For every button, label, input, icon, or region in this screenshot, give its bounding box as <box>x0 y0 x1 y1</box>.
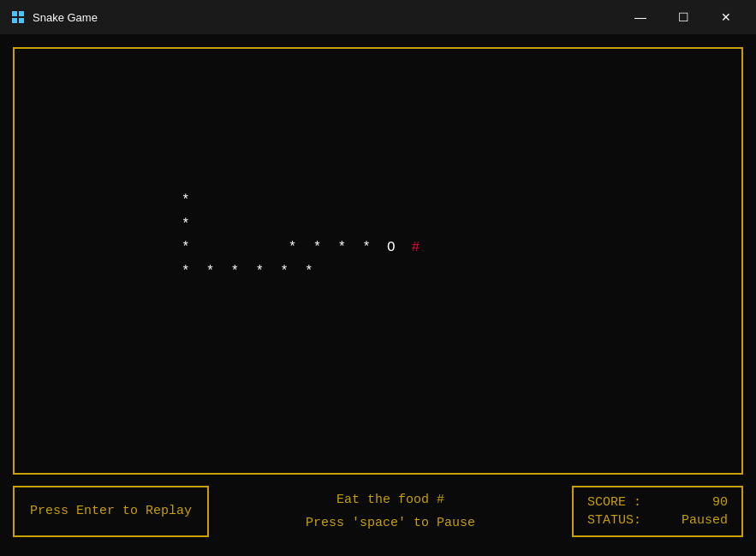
score-row: SCORE : 90 <box>587 495 728 510</box>
game-canvas: * * * * * * * O # * * * * * * <box>15 49 741 473</box>
instructions-panel: Eat the food # Press 'space' to Pause <box>209 488 572 535</box>
status-row: STATUS: Paused <box>587 513 728 528</box>
close-button[interactable]: ✕ <box>706 3 746 31</box>
svg-rect-2 <box>12 18 17 23</box>
snake-segment: * <box>182 214 190 236</box>
score-value: 90 <box>712 495 728 510</box>
snake-row-3: * * * * * O # <box>182 237 420 260</box>
main-content: * * * * * * * O # * * * * * * <box>0 34 756 556</box>
snake-head: O <box>387 237 396 260</box>
snake-row-4: * * * * * * <box>182 261 420 284</box>
snake-segment: * <box>182 190 190 212</box>
minimize-button[interactable]: — <box>621 3 660 31</box>
window-title: Snake Game <box>33 11 621 24</box>
bottom-bar: Press Enter to Replay Eat the food # Pre… <box>13 475 743 543</box>
instruction-line2: Press 'space' to Pause <box>209 511 572 535</box>
snake-row-2: * <box>182 214 420 236</box>
svg-rect-3 <box>19 18 24 23</box>
snake-segment: * * * * * <box>182 237 387 260</box>
app-icon <box>10 9 26 25</box>
status-value: Paused <box>682 513 728 528</box>
snake-segment: * * * * * * <box>182 261 313 284</box>
window-controls: — ☐ ✕ <box>621 3 746 31</box>
snake-segment <box>396 237 412 260</box>
score-label: SCORE : <box>587 495 641 510</box>
svg-rect-0 <box>12 11 17 16</box>
snake-row-1: * <box>182 190 420 212</box>
game-content: * * * * * * * O # * * * * * * <box>182 190 420 284</box>
game-area: * * * * * * * O # * * * * * * <box>13 47 743 475</box>
food: # <box>412 237 420 260</box>
maximize-button[interactable]: ☐ <box>664 3 703 31</box>
title-bar: Snake Game — ☐ ✕ <box>0 0 756 34</box>
instruction-line1: Eat the food # <box>209 488 572 511</box>
score-panel: SCORE : 90 STATUS: Paused <box>572 486 743 537</box>
replay-button[interactable]: Press Enter to Replay <box>13 486 209 537</box>
svg-rect-1 <box>19 11 24 16</box>
status-label: STATUS: <box>587 513 641 528</box>
